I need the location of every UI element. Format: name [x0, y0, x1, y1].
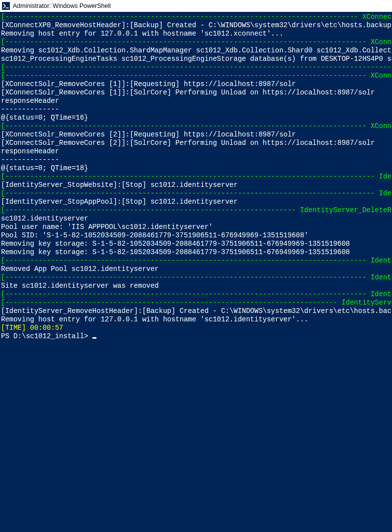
terminal-line: [IdentityServer_StopWebsite]:[Stop] sc10… — [1, 181, 392, 189]
terminal-line: [---------------------------------------… — [1, 13, 392, 21]
terminal-line: [---------------------------------------… — [1, 122, 392, 131]
terminal-line: [XConnectSolr_RemoveCores [2]]:[SolrCore… — [1, 139, 392, 147]
terminal-line: [XConnectSolr_RemoveCores [2]]:[Requesti… — [1, 131, 392, 139]
terminal-line: Removing key storage: S-1-5-82-105203450… — [1, 248, 392, 257]
terminal-line: [IdentityServer_StopAppPool]:[Stop] sc10… — [1, 198, 392, 206]
terminal-line: [---------------------------------------… — [1, 299, 392, 307]
terminal-line: Removing key storage: S-1-5-82-105203450… — [1, 240, 392, 248]
terminal-line: [XConnectSolr_RemoveCores [1]]:[SolrCore… — [1, 89, 392, 97]
terminal-line: [---------------------------------------… — [1, 63, 392, 72]
terminal-line: Pool user name: 'IIS APPPOOL\sc1012.iden… — [1, 223, 392, 231]
terminal-output[interactable]: [---------------------------------------… — [0, 12, 392, 341]
terminal-line: Site sc1012.identityserver was removed — [1, 282, 392, 290]
terminal-line: -------------- — [1, 156, 392, 164]
terminal-line: -------------- — [1, 105, 392, 114]
terminal-line: [TIME] 00:00:57 — [1, 324, 392, 332]
terminal-line: [---------------------------------------… — [1, 38, 392, 46]
window-titlebar[interactable]: Administrator: Windows PowerShell — [0, 0, 392, 12]
terminal-line: @{status=0; QTime=18} — [1, 164, 392, 173]
terminal-line: [---------------------------------------… — [1, 206, 392, 215]
terminal-line: [---------------------------------------… — [1, 257, 392, 265]
terminal-line: [---------------------------------------… — [1, 173, 392, 181]
terminal-line: sc1012.identityserver — [1, 215, 392, 223]
terminal-line: responseHeader — [1, 97, 392, 105]
terminal-line: Removing host entry for 127.0.0.1 with h… — [1, 315, 392, 324]
terminal-line: [XConnectXP0_RemoveHostHeader]:[Backup] … — [1, 21, 392, 30]
svg-rect-0 — [2, 2, 10, 10]
terminal-line: [---------------------------------------… — [1, 189, 392, 198]
terminal-line: [---------------------------------------… — [1, 273, 392, 282]
terminal-line: responseHeader — [1, 147, 392, 156]
terminal-line: sc1012_ProcessingEngineTasks sc1012_Proc… — [1, 55, 392, 63]
terminal-line: [---------------------------------------… — [1, 72, 392, 80]
terminal-line: Removing host entry for 127.0.0.1 with h… — [1, 30, 392, 38]
terminal-line: Pool SID: 'S-1-5-82-1052034509-208846177… — [1, 231, 392, 240]
terminal-line: Removed App Pool sc1012.identityserver — [1, 265, 392, 273]
powershell-icon — [2, 2, 10, 10]
terminal-line: @{status=0; QTime=16} — [1, 114, 392, 122]
terminal-line: Removing sc1012_Xdb.Collection.ShardMapM… — [1, 46, 392, 55]
window-title: Administrator: Windows PowerShell — [13, 2, 111, 9]
cursor — [92, 337, 96, 339]
terminal-line: [XConnectSolr_RemoveCores [1]]:[Requesti… — [1, 80, 392, 89]
prompt-line[interactable]: PS D:\sc1012_install> — [1, 332, 392, 341]
terminal-line: [IdentityServer_RemoveHostHeader]:[Backu… — [1, 307, 392, 315]
terminal-line: [---------------------------------------… — [1, 290, 392, 299]
